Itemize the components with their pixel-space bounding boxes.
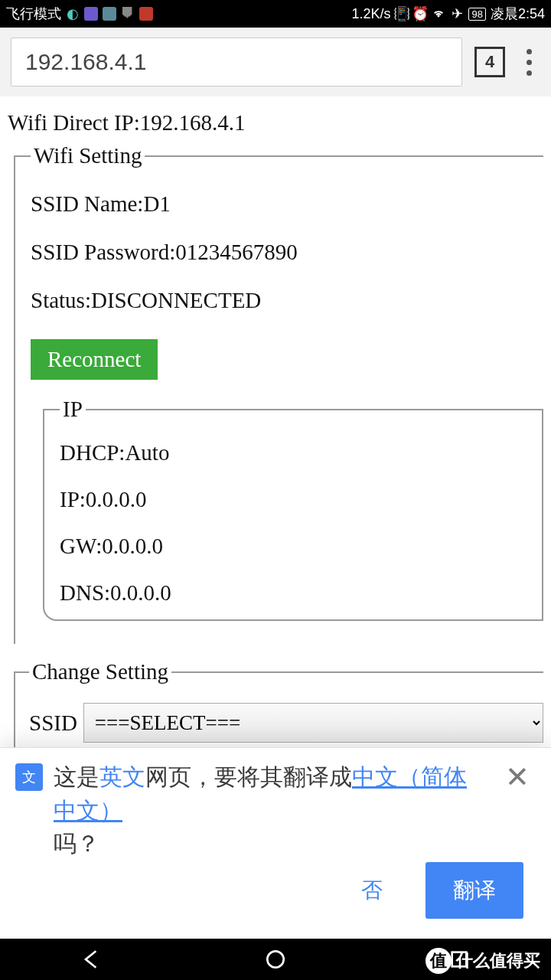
network-speed: 1.2K/s — [351, 6, 390, 22]
browser-toolbar: 4 — [0, 28, 551, 96]
android-status-bar: 飞行模式 ◐ ⛊ 1.2K/s 📳 ⏰ ✈ 98 凌晨2:54 — [0, 0, 551, 28]
ssid-select[interactable]: ===SELECT=== — [83, 703, 543, 743]
svg-point-0 — [267, 951, 283, 967]
moon-icon: ◐ — [66, 7, 80, 21]
alarm-icon: ⏰ — [413, 7, 427, 21]
app-icon-3 — [139, 7, 153, 21]
shield-icon: ⛊ — [121, 7, 135, 21]
browser-menu-button[interactable] — [517, 49, 540, 76]
ssid-select-label: SSID — [29, 710, 77, 736]
tab-count-button[interactable]: 4 — [474, 47, 505, 77]
clock-time: 凌晨2:54 — [491, 5, 545, 23]
url-input[interactable] — [11, 38, 462, 87]
ssid-name-row: SSID Name:D1 — [31, 191, 543, 217]
webpage-content: Wifi Direct IP:192.168.4.1 Wifi Setting … — [0, 96, 551, 785]
home-icon[interactable] — [263, 947, 288, 972]
gw-row: GW:0.0.0.0 — [60, 534, 542, 559]
reconnect-button[interactable]: Reconnect — [31, 339, 158, 380]
back-icon[interactable] — [80, 947, 104, 972]
translate-yes-button[interactable]: 翻译 — [425, 862, 523, 919]
airplane-icon: ✈ — [450, 7, 464, 21]
source-language-link[interactable]: 英文 — [99, 764, 145, 789]
wifi-setting-fieldset: Wifi Setting SSID Name:D1 SSID Password:… — [14, 143, 543, 644]
ip-fieldset: IP DHCP:Auto IP:0.0.0.0 GW:0.0.0.0 DNS:0… — [43, 397, 543, 621]
dhcp-row: DHCP:Auto — [60, 440, 542, 466]
status-row: Status:DISCONNECTED — [31, 288, 543, 313]
translate-prompt-bar: 文 这是英文网页，要将其翻译成中文（简体中文）吗？ ✕ 否 翻译 — [0, 747, 551, 939]
smzdm-logo-icon: 值 — [425, 948, 452, 974]
ip-row: IP:0.0.0.0 — [60, 487, 542, 512]
app-icon-1 — [84, 7, 98, 21]
translate-no-button[interactable]: 否 — [346, 862, 398, 919]
wifi-icon — [432, 7, 445, 21]
vibrate-icon: 📳 — [395, 7, 409, 21]
translate-message: 这是英文网页，要将其翻译成中文（简体中文）吗？ — [54, 760, 487, 861]
flight-mode-text: 飞行模式 — [6, 5, 61, 23]
close-translate-button[interactable]: ✕ — [505, 760, 530, 794]
translate-icon: 文 — [15, 763, 43, 791]
battery-icon: 98 — [468, 8, 485, 21]
wifi-direct-ip-row: Wifi Direct IP:192.168.4.1 — [8, 110, 543, 136]
dns-row: DNS:0.0.0.0 — [60, 580, 542, 606]
app-icon-2 — [103, 7, 116, 21]
wifi-setting-legend: Wifi Setting — [31, 143, 145, 168]
ip-legend: IP — [60, 397, 86, 422]
smzdm-watermark: 值 什么值得买 — [425, 948, 540, 974]
change-setting-legend: Change Setting — [29, 659, 171, 684]
ssid-password-row: SSID Password:01234567890 — [31, 240, 543, 265]
android-nav-bar: 值 什么值得买 — [0, 939, 551, 980]
